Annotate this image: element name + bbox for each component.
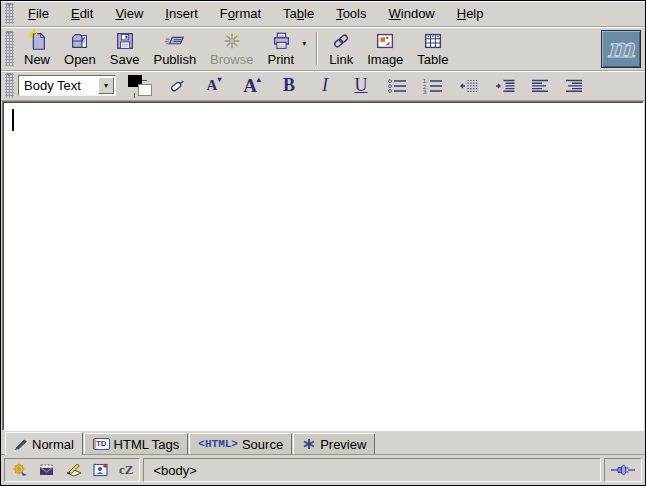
bold-button[interactable]: B — [278, 75, 300, 96]
statusbar: cZ <body> — [1, 455, 645, 485]
save-button[interactable]: Save — [103, 29, 147, 68]
composer-icon[interactable] — [65, 462, 83, 478]
tag-path-panel: <body> — [143, 458, 601, 482]
table-button-label: Table — [417, 53, 448, 67]
indent-icon — [494, 78, 516, 94]
main-toolbar: New Open Save — [1, 27, 645, 71]
menubar: File Edit View Insert Format Table Tools… — [1, 1, 645, 27]
menu-insert[interactable]: Insert — [154, 2, 209, 25]
image-icon — [373, 30, 397, 52]
align-left-icon — [530, 78, 550, 94]
publish-button-label: Publish — [153, 53, 196, 67]
open-button[interactable]: Open — [57, 29, 103, 68]
mail-icon[interactable] — [38, 462, 56, 478]
td-tag-icon: TD — [93, 438, 110, 450]
publish-icon — [162, 30, 188, 52]
tab-normal-label: Normal — [32, 437, 74, 452]
toolbar-grippy[interactable] — [5, 31, 14, 66]
image-button-label: Image — [367, 53, 403, 67]
menu-table[interactable]: Table — [272, 2, 325, 25]
background-color-swatch[interactable] — [138, 84, 152, 96]
toolbar-separator — [316, 32, 317, 65]
browse-icon — [220, 30, 244, 52]
chatzilla-icon[interactable]: cZ — [119, 462, 133, 478]
tab-preview-label: Preview — [320, 437, 366, 452]
address-book-icon[interactable] — [92, 462, 110, 478]
italic-button[interactable]: I — [314, 75, 336, 96]
tab-preview[interactable]: Preview — [293, 433, 375, 454]
mozilla-logo-icon: m — [605, 34, 637, 64]
numbered-list-button[interactable]: 1. 2. 3. — [422, 78, 444, 94]
indent-button[interactable] — [494, 78, 516, 94]
online-plug-icon — [610, 463, 636, 477]
align-right-button[interactable] — [564, 78, 584, 94]
print-icon — [269, 30, 293, 52]
publish-button[interactable]: Publish — [146, 29, 203, 68]
navigator-icon[interactable] — [11, 462, 29, 478]
browse-button-label: Browse — [210, 53, 253, 67]
save-button-label: Save — [110, 53, 140, 67]
save-floppy-icon — [113, 30, 137, 52]
bullet-list-icon — [386, 78, 408, 94]
tab-html-tags-label: HTML Tags — [114, 437, 180, 452]
menu-window[interactable]: Window — [378, 2, 446, 25]
outdent-button[interactable] — [458, 78, 480, 94]
align-left-button[interactable] — [530, 78, 550, 94]
online-status-panel[interactable] — [604, 458, 642, 482]
tab-html-tags[interactable]: TD HTML Tags — [84, 433, 188, 454]
decrease-font-button[interactable]: A▾ — [202, 77, 226, 94]
format-toolbar-grippy[interactable] — [5, 73, 14, 98]
browse-button[interactable]: Browse — [203, 29, 260, 68]
mozilla-throbber-button[interactable]: m — [601, 30, 641, 68]
new-button-label: New — [24, 53, 50, 67]
menu-tools[interactable]: Tools — [325, 2, 377, 25]
outdent-icon — [458, 78, 480, 94]
tab-normal[interactable]: Normal — [5, 432, 83, 455]
link-button-label: Link — [329, 53, 353, 67]
numbered-list-icon: 1. 2. 3. — [422, 78, 444, 94]
image-button[interactable]: Image — [360, 29, 410, 68]
table-button[interactable]: Table — [410, 29, 455, 68]
menu-view[interactable]: View — [104, 2, 154, 25]
combo-dropdown-icon[interactable]: ▾ — [98, 77, 114, 94]
tab-source-label: Source — [242, 437, 283, 452]
tab-source[interactable]: <HTML> Source — [189, 433, 292, 454]
menu-edit[interactable]: Edit — [60, 2, 104, 25]
format-toolbar: Body Text ▾ A▾ A▴ B I U — [1, 71, 645, 101]
paragraph-style-value: Body Text — [19, 78, 98, 93]
chevron-down-icon: ▾ — [302, 39, 306, 48]
text-caret — [12, 109, 14, 131]
component-bar: cZ — [4, 458, 140, 482]
table-icon — [421, 30, 445, 52]
html-source-icon: <HTML> — [198, 438, 238, 450]
open-button-label: Open — [64, 53, 96, 67]
open-folder-icon — [68, 30, 92, 52]
print-button[interactable]: Print — [260, 29, 301, 68]
svg-text:m: m — [607, 34, 635, 63]
arrow-down-icon: ▾ — [217, 75, 221, 84]
svg-text:3.: 3. — [423, 89, 428, 94]
bullet-list-button[interactable] — [386, 78, 408, 94]
new-page-icon — [25, 30, 49, 52]
menu-format[interactable]: Format — [209, 2, 272, 25]
menu-file[interactable]: File — [17, 2, 60, 25]
editor-canvas[interactable] — [2, 101, 644, 431]
underline-button[interactable]: U — [350, 75, 372, 96]
print-dropdown-arrow[interactable]: ▾ — [301, 29, 311, 68]
new-button[interactable]: New — [17, 29, 57, 68]
menubar-grippy[interactable] — [5, 3, 14, 24]
text-color-picker[interactable] — [128, 75, 152, 96]
print-button-label: Print — [267, 53, 294, 67]
starburst-icon — [302, 438, 316, 450]
highlighter-pen-icon — [166, 77, 188, 95]
paragraph-style-select[interactable]: Body Text ▾ — [18, 75, 116, 96]
link-button[interactable]: Link — [322, 29, 360, 68]
composer-window: File Edit View Insert Format Table Tools… — [0, 0, 646, 486]
link-icon — [329, 30, 353, 52]
menu-help[interactable]: Help — [446, 2, 495, 25]
highlight-color-button[interactable] — [166, 77, 188, 95]
pen-icon — [14, 438, 28, 450]
tag-path: <body> — [153, 463, 196, 478]
increase-font-button[interactable]: A▴ — [240, 75, 264, 97]
arrow-up-icon: ▴ — [257, 75, 261, 84]
